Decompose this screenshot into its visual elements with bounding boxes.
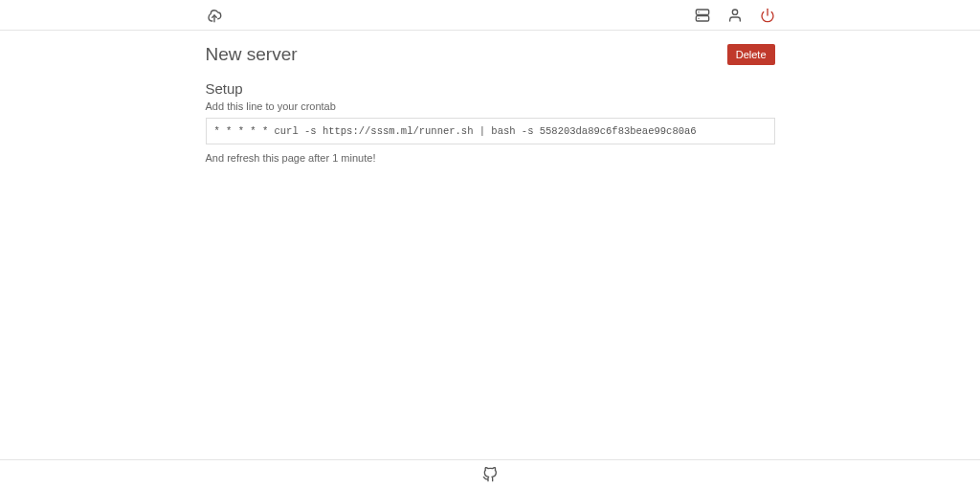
svg-point-4 [732, 10, 737, 14]
power-icon[interactable] [760, 8, 775, 23]
navbar-left [206, 7, 223, 24]
setup-title: Setup [206, 80, 775, 97]
navbar-right [695, 8, 775, 23]
crontab-command[interactable]: * * * * * curl -s https://sssm.ml/runner… [206, 118, 775, 144]
user-icon[interactable] [727, 8, 743, 23]
header-row: New server Delete [206, 44, 775, 65]
logo-icon[interactable] [206, 7, 223, 24]
main-container: New server Delete Setup Add this line to… [206, 31, 775, 164]
svg-rect-0 [696, 10, 708, 14]
svg-rect-1 [696, 15, 708, 20]
navbar-inner [206, 7, 775, 24]
setup-instruction: Add this line to your crontab [206, 100, 775, 112]
page-title: New server [206, 44, 298, 65]
setup-footer-note: And refresh this page after 1 minute! [206, 152, 775, 164]
delete-button[interactable]: Delete [727, 44, 775, 65]
servers-icon[interactable] [695, 8, 710, 23]
navbar [0, 0, 980, 31]
